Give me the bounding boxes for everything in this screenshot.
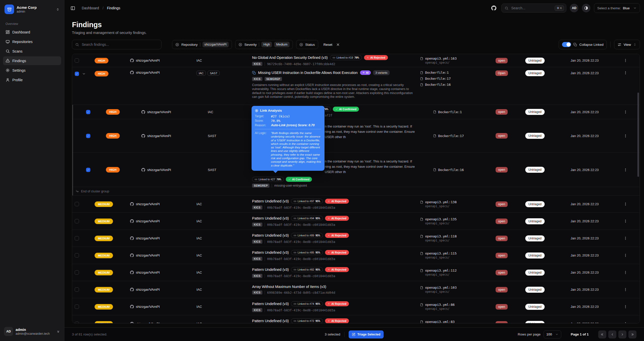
file-link[interactable]: openapi3.yml:86	[420, 303, 492, 307]
filter-status[interactable]: Status	[296, 40, 318, 49]
row-menu-icon[interactable]	[623, 236, 628, 240]
row-menu-icon[interactable]	[623, 71, 628, 75]
finding-row[interactable]: MEDIUM shizzgar/VAmPI IAC Array Without …	[72, 281, 640, 298]
findings-search-input[interactable]	[81, 42, 153, 47]
row-checkbox[interactable]	[75, 287, 79, 292]
breadcrumb-parent[interactable]: Dashboard	[82, 6, 99, 10]
reset-filters-button[interactable]: Reset	[324, 43, 332, 47]
file-link[interactable]: openapi3.yml:118	[420, 234, 492, 238]
finding-row[interactable]: MEDIUM shizzgar/VAmPI IAC Pattern Undefi…	[72, 213, 640, 230]
finding-title[interactable]: Array Without Maximum Number of Items (v…	[252, 285, 326, 289]
file-link[interactable]: openapi3.yml:163	[420, 57, 492, 60]
file-link[interactable]: Dockerfile:1	[433, 110, 492, 114]
repo-cell[interactable]: shizzgar/VAmPI	[130, 59, 193, 62]
row-checkbox[interactable]	[75, 58, 79, 63]
sidebar-toggle-icon[interactable]	[70, 6, 75, 11]
linked-badge[interactable]: Linked to #8295%	[291, 267, 323, 272]
sidebar-item-findings[interactable]: Findings	[3, 56, 61, 65]
file-link[interactable]: openapi3.yml:103	[420, 286, 492, 289]
variant-row[interactable]: HIGH shizzgar/VAmPI IAC 70%AI Confirmed …	[72, 105, 640, 119]
row-menu-icon[interactable]	[623, 219, 628, 223]
file-link[interactable]: openapi3.yml:135	[420, 217, 492, 221]
org-switcher[interactable]: Acme Corp admin	[3, 4, 61, 15]
prev-page-button[interactable]	[608, 330, 616, 338]
row-menu-icon[interactable]	[623, 110, 628, 114]
repo-cell[interactable]: shizzgar/VAmPI	[130, 202, 193, 206]
finding-row[interactable]: MEDIUM shizzgar/VAmPI IAC Pattern Undefi…	[72, 230, 640, 247]
sidebar-item-dashboard[interactable]: Dashboard	[3, 28, 61, 36]
finding-row[interactable]: MEDIUM shizzgar/VAmPI IAC Pattern Undefi…	[72, 264, 640, 281]
row-menu-icon[interactable]	[623, 58, 628, 63]
row-checkbox[interactable]	[75, 253, 79, 258]
x-circle-icon[interactable]	[238, 43, 242, 47]
row-checkbox[interactable]	[75, 270, 79, 275]
file-link[interactable]: openapi3.yml:112	[420, 269, 492, 272]
file-link[interactable]: Dockerfile:17	[420, 77, 492, 80]
global-search[interactable]: ⌘ K	[501, 4, 566, 13]
row-menu-icon[interactable]	[623, 253, 628, 258]
repo-cell[interactable]: shizzgar/VAmPI	[141, 134, 204, 138]
sidebar-item-scans[interactable]: Scans	[3, 47, 61, 56]
row-checkbox[interactable]	[86, 168, 90, 172]
sidebar-item-repositories[interactable]: Repositories	[3, 37, 61, 46]
close-icon[interactable]	[336, 43, 340, 47]
repo-cell[interactable]: shizzgar/VAmPI	[141, 110, 204, 114]
finding-title[interactable]: Pattern Undefined (v3)	[252, 302, 289, 306]
last-page-button[interactable]	[628, 330, 636, 338]
finding-row[interactable]: MEDIUM shizzgar/VAmPI IAC Pattern Undefi…	[72, 298, 640, 315]
row-checkbox[interactable]	[75, 305, 79, 309]
next-page-button[interactable]	[618, 330, 626, 338]
repo-cell[interactable]: shizzgar/VAmPI	[130, 236, 193, 240]
linked-badge[interactable]: Linked to #8995%	[291, 233, 323, 238]
repo-cell[interactable]: shizzgar/VAmPI	[130, 305, 193, 309]
triage-selected-button[interactable]: Triage Selected	[348, 330, 384, 338]
repo-cell[interactable]: shizzgar/VAmPI	[130, 71, 193, 74]
table-scrollbar[interactable]	[637, 93, 639, 177]
filter-repository[interactable]: Repository shizzgar/VAmPI	[172, 40, 232, 49]
row-menu-icon[interactable]	[623, 305, 628, 309]
cluster-parent-row[interactable]: HIGH shizzgar/VAmPI IACSAST Missing USER…	[72, 67, 640, 105]
row-menu-icon[interactable]	[623, 322, 628, 323]
filter-severity[interactable]: Severity High Medium	[235, 40, 293, 49]
row-menu-icon[interactable]	[623, 168, 628, 172]
linked-badge[interactable]: Linked to #9495%	[291, 216, 323, 221]
file-link[interactable]: openapi3.yml:115	[420, 251, 492, 255]
linked-badge[interactable]: Linked to #7295%	[291, 318, 323, 323]
collapse-linked-toggle[interactable]	[562, 42, 571, 47]
row-menu-icon[interactable]	[623, 287, 628, 292]
sidebar-user[interactable]: AD admin admin@scanwarden.tech	[3, 325, 61, 337]
theme-select[interactable]: Select a theme: Blue	[594, 3, 640, 13]
sidebar-item-profile[interactable]: Profile	[3, 75, 61, 84]
variant-row[interactable]: HIGH shizzgar/VAmPI SAST n the container…	[72, 153, 640, 187]
finding-title[interactable]: No Global And Operation Security Defined…	[252, 56, 328, 60]
file-link[interactable]: Dockerfile:16	[433, 168, 492, 172]
file-link[interactable]: Dockerfile:1	[420, 71, 492, 74]
repo-cell[interactable]: shizzgar/VAmPI	[130, 288, 193, 291]
finding-title[interactable]: Pattern Undefined (v3)	[252, 216, 289, 220]
linked-badge[interactable]: Linked to #7495%	[291, 301, 323, 306]
repo-cell[interactable]: shizzgar/VAmPI	[130, 253, 193, 257]
plus-circle-icon[interactable]	[299, 43, 303, 47]
contrast-toggle[interactable]	[582, 4, 590, 12]
file-link[interactable]: openapi3.yml:138	[420, 200, 492, 204]
finding-row[interactable]: HIGH shizzgar/VAmPI IAC No Global And Op…	[72, 54, 640, 67]
row-checkbox[interactable]	[75, 202, 79, 206]
linked-badge[interactable]: Linked to #2770%	[252, 177, 284, 182]
repo-cell[interactable]: shizzgar/VAmPI	[130, 322, 193, 323]
rows-per-page-select[interactable]: 100	[544, 330, 561, 338]
file-link[interactable]: Dockerfile:16	[420, 83, 492, 87]
row-checkbox[interactable]	[86, 134, 90, 138]
repo-cell[interactable]: shizzgar/VAmPI	[130, 219, 193, 223]
row-checkbox[interactable]	[86, 110, 90, 114]
findings-search[interactable]	[72, 40, 162, 49]
row-checkbox[interactable]	[75, 219, 79, 223]
row-menu-icon[interactable]	[623, 202, 628, 206]
variant-row[interactable]: HIGH shizzgar/VAmPI SAST n the container…	[72, 119, 640, 153]
file-link[interactable]: openapi3.yml:83	[420, 320, 492, 323]
view-button[interactable]: View	[614, 40, 640, 49]
linked-badge[interactable]: Linked to #9795%	[291, 199, 323, 204]
first-page-button[interactable]	[598, 330, 606, 338]
file-link[interactable]: Dockerfile:17	[433, 134, 492, 138]
sidebar-item-settings[interactable]: Settings	[3, 66, 61, 75]
finding-title[interactable]: Missing USER Instruction in Dockerfile A…	[258, 71, 358, 75]
